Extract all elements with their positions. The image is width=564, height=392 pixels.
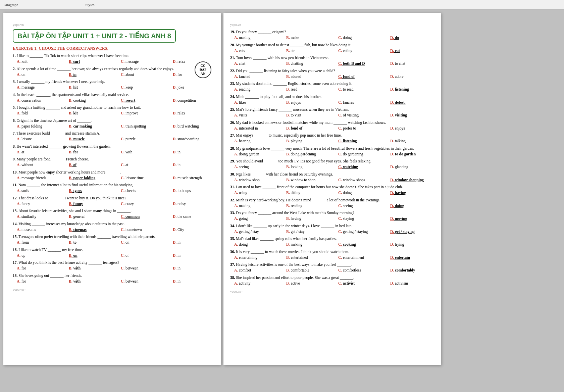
- answer-letter: B.: [69, 266, 72, 270]
- answer-text: improve: [124, 111, 138, 115]
- answer-letter: A.: [17, 163, 20, 167]
- answers-row: A. museumsB. cinemasC. hometownD. City: [17, 227, 211, 233]
- answer-letter: D.: [390, 100, 394, 104]
- answer-letter: A.: [17, 228, 20, 232]
- question-item: 8. He wasn't interested _______ growing …: [13, 144, 211, 155]
- answer-option: B. surf: [69, 59, 121, 64]
- answer-letter: B.: [286, 113, 290, 117]
- answer-letter: A.: [17, 266, 20, 270]
- answer-letter: B.: [69, 240, 72, 244]
- answer-text: fancies: [342, 100, 354, 104]
- answer-letter: A.: [234, 61, 238, 65]
- answer-text: muscle: [72, 137, 85, 141]
- answer-text: snowboarding: [176, 137, 199, 141]
- answer-text: fold: [20, 111, 28, 115]
- answer-letter: C.: [338, 216, 342, 220]
- answer-option: D. doing: [390, 203, 442, 209]
- answer-letter: B.: [69, 202, 72, 206]
- question-item: 32. Minh is very hard-working boy. He do…: [230, 197, 434, 209]
- question-text: 21. Tom loves _______ with his new pen f…: [230, 55, 434, 61]
- answer-option: C. train spotting: [121, 124, 173, 129]
- answer-text: for: [20, 279, 26, 283]
- answer-letter: D.: [173, 124, 176, 128]
- answer-letter: C.: [121, 253, 124, 257]
- answer-letter: B.: [286, 242, 290, 246]
- answer-option: A. activity: [234, 281, 286, 286]
- question-item: 7. These exercises build _______ and inc…: [13, 131, 211, 142]
- answer-letter: C.: [338, 113, 342, 117]
- question-item: 35. Mai's dad likes _______ spring rolls…: [230, 236, 434, 248]
- answers-row: A. usingB. sittingC. doingD. having: [234, 190, 434, 196]
- answer-option: B. to: [69, 240, 121, 245]
- answer-option: B. read: [286, 87, 338, 92]
- answer-option: D. enjoys: [390, 126, 442, 131]
- answer-option: A. window shop: [234, 177, 286, 183]
- answer-letter: C.: [338, 281, 342, 285]
- answer-option: B. sitting: [286, 190, 338, 196]
- answer-text: in: [72, 72, 76, 77]
- answer-letter: C.: [121, 59, 124, 63]
- answer-option: C. puzzle: [121, 136, 173, 142]
- answers-row: A. onB. inC. aboutD. for: [17, 72, 211, 78]
- answer-letter: A.: [234, 268, 238, 272]
- answer-text: window to shop: [290, 178, 315, 182]
- answer-letter: D.: [173, 59, 176, 63]
- answer-letter: A.: [234, 100, 238, 104]
- answer-option: C. between: [121, 279, 173, 284]
- question-text: 37. Having leisure activities is one of …: [230, 262, 434, 267]
- answer-letter: B.: [286, 49, 290, 53]
- answer-option: B. kit: [69, 110, 121, 116]
- answer-option: A. entertaining: [234, 255, 286, 260]
- yopo-right: yopo.vn--: [230, 23, 434, 27]
- answer-option: C. about: [121, 72, 173, 78]
- answer-letter: A.: [17, 72, 20, 77]
- answer-option: D. in: [173, 240, 225, 245]
- answers-row: A. interested inB. fond ofC. prefer toD.…: [234, 126, 434, 131]
- answer-option: D. to chat: [390, 61, 442, 66]
- answers-row: A. surfsB. typesC. checksD. look ups: [17, 188, 211, 194]
- answer-option: A. up: [17, 253, 69, 258]
- question-text: 3. I usually _______ my friends whenever…: [13, 79, 211, 85]
- answers-row: A. leisureB. muscleC. puzzleD. snowboard…: [17, 136, 211, 142]
- answer-text: enjoys: [394, 126, 405, 130]
- answer-letter: A.: [234, 178, 238, 182]
- answer-text: to: [72, 240, 76, 244]
- answer-text: fancy: [20, 202, 30, 206]
- answer-letter: D.: [173, 72, 176, 77]
- answer-option: D. detest.: [390, 100, 442, 105]
- answer-option: B. muscle: [69, 136, 121, 142]
- answer-option: A. interested in: [234, 126, 286, 131]
- question-item: 24. Minh _______ to play football, and s…: [230, 94, 434, 106]
- answer-option: C. at: [121, 162, 173, 168]
- answer-option: C. with: [121, 149, 173, 155]
- answer-letter: D.: [173, 202, 176, 206]
- answer-text: doing: [238, 242, 248, 246]
- answer-letter: C.: [121, 85, 124, 89]
- answer-option: D. muscle strength: [173, 175, 225, 181]
- answer-option: B. get / stay: [286, 229, 338, 235]
- answer-text: eats: [238, 49, 245, 53]
- answer-text: message: [124, 59, 139, 63]
- answer-option: C. getting / staying: [338, 229, 390, 235]
- answer-text: activity: [238, 281, 250, 285]
- answer-text: to chat: [394, 61, 405, 65]
- answer-letter: C.: [121, 202, 124, 206]
- question-text: 35. Mai's dad likes _______ spring rolls…: [230, 236, 434, 242]
- answer-option: C. common: [121, 214, 173, 219]
- answer-text: at: [124, 163, 128, 167]
- answer-option: A. making: [234, 203, 286, 209]
- answer-letter: A.: [17, 124, 20, 128]
- answers-row: A. fancyB. funnyC. crazyD. noisy: [17, 201, 211, 207]
- question-item: 14. Visiting _______ increases my knowle…: [13, 221, 211, 233]
- answer-option: A. reading: [234, 87, 286, 92]
- answer-text: entertainment: [342, 255, 364, 259]
- answer-option: C. improve: [121, 110, 173, 116]
- answer-option: A. knit: [17, 59, 69, 64]
- answer-letter: D.: [390, 281, 394, 285]
- answer-letter: B.: [69, 228, 72, 232]
- answer-letter: C.: [338, 204, 342, 208]
- answer-option: C. hometown: [121, 227, 173, 233]
- answers-row: A. upB. onC. ofD. in: [17, 253, 211, 258]
- answer-option: D. snowboarding: [173, 136, 225, 142]
- answer-text: cooking: [342, 242, 356, 246]
